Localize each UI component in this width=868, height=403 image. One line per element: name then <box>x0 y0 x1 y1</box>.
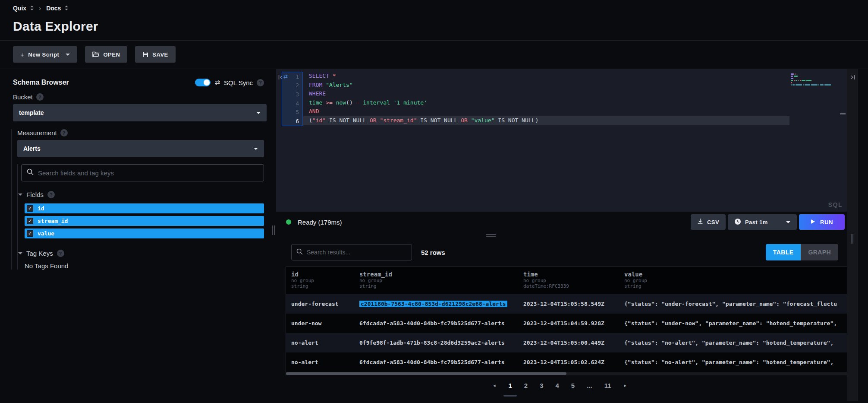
stream-id-value[interactable]: 6fdcadaf-a583-40d0-84bb-fc79b525d677-ale… <box>359 359 505 365</box>
open-button[interactable]: OPEN <box>85 46 127 63</box>
help-icon[interactable]: ? <box>36 93 44 101</box>
editor-gutter: ⇄123456 <box>282 72 302 126</box>
pagination-next-button[interactable]: ▸ <box>617 379 634 392</box>
stream-id-value[interactable]: 0f9fe98f-1adb-471b-83c8-28d6d3259ac2-ale… <box>359 340 505 346</box>
cell-stream-id[interactable]: 6fdcadaf-a583-40d0-84bb-fc79b525d677-ale… <box>359 320 523 327</box>
help-icon[interactable]: ? <box>60 129 68 136</box>
field-row-stream_id[interactable]: ✓stream_id <box>25 216 264 226</box>
code-line-6[interactable]: ("id" IS NOT NULL OR "stream_id" IS NOT … <box>303 116 789 125</box>
results-resize-handle[interactable] <box>276 232 847 238</box>
column-header-value[interactable]: valueno groupstring <box>624 271 847 289</box>
view-mode-tabs: TABLE GRAPH <box>766 244 838 260</box>
stream-id-value[interactable]: 6fdcadaf-a583-40d0-84bb-fc79b525d677-ale… <box>359 320 505 327</box>
chevron-right-icon: › <box>39 4 41 12</box>
workspace: Schema Browser ⇄ SQL Sync ? Bucket ? tem… <box>0 69 868 401</box>
cell-time[interactable]: 2023-12-04T15:05:00.449Z <box>523 340 624 346</box>
chevron-down-icon <box>256 112 261 114</box>
pagination-page-11[interactable]: 11 <box>598 378 617 393</box>
table-row[interactable]: no-alert6fdcadaf-a583-40d0-84bb-fc79b525… <box>286 352 847 372</box>
pagination-prev-button[interactable]: ◂ <box>486 379 503 392</box>
help-icon[interactable]: ? <box>57 250 64 257</box>
cell-id[interactable]: no-alert <box>291 340 359 346</box>
column-header-stream_id[interactable]: stream_idno groupstring <box>359 271 523 289</box>
breadcrumb: Quix › Docs <box>0 4 868 12</box>
sql-sync-toggle[interactable] <box>195 79 211 86</box>
sync-arrows-icon: ⇄ <box>282 73 290 79</box>
sql-editor[interactable]: ⇄123456 SELECT *FROM "Alerts"WHEREtime >… <box>276 69 847 212</box>
breadcrumb-label: Quix <box>13 5 26 12</box>
field-checkbox[interactable]: ✓ <box>27 218 33 224</box>
selected-cell-value[interactable]: c201180b-7563-4c80-853d-d621298c2e68-ale… <box>359 301 507 307</box>
cell-value[interactable]: {"status": "under-forecast", "parameter_… <box>624 301 847 307</box>
table-row[interactable]: no-alert0f9fe98f-1adb-471b-83c8-28d6d325… <box>286 333 847 352</box>
chevron-down-icon <box>254 148 258 150</box>
cell-stream-id[interactable]: 0f9fe98f-1adb-471b-83c8-28d6d3259ac2-ale… <box>359 340 523 346</box>
cell-value[interactable]: {"status": "no-alert", "parameter_name":… <box>624 359 847 365</box>
help-icon[interactable]: ? <box>257 79 264 86</box>
column-header-time[interactable]: timeno groupdateTime:RFC3339 <box>523 271 624 289</box>
cell-id[interactable]: no-alert <box>291 359 359 365</box>
tab-graph[interactable]: GRAPH <box>801 244 838 260</box>
pagination-page-3[interactable]: 3 <box>534 378 549 393</box>
cell-time[interactable]: 2023-12-04T15:05:02.624Z <box>523 359 624 365</box>
field-checkbox[interactable]: ✓ <box>27 205 33 212</box>
code-line-1[interactable]: SELECT * <box>303 72 789 81</box>
cell-value[interactable]: {"status": "no-alert", "parameter_name":… <box>624 340 847 346</box>
pagination-page-2[interactable]: 2 <box>518 378 534 393</box>
status-ready-dot <box>286 219 291 225</box>
save-button[interactable]: SAVE <box>135 46 175 63</box>
csv-download-button[interactable]: CSV <box>691 214 726 230</box>
gutter-line-4: 4 <box>282 99 302 108</box>
field-name: id <box>38 205 44 212</box>
code-line-2[interactable]: FROM "Alerts" <box>303 81 789 90</box>
cell-stream-id[interactable]: 6fdcadaf-a583-40d0-84bb-fc79b525d677-ale… <box>359 359 523 365</box>
field-row-id[interactable]: ✓id <box>25 203 264 213</box>
field-name: stream_id <box>38 218 68 224</box>
editor-code[interactable]: SELECT *FROM "Alerts"WHEREtime >= now() … <box>303 72 789 125</box>
save-icon <box>142 51 148 57</box>
editor-minimap[interactable] <box>791 73 842 86</box>
horizontal-scrollbar[interactable] <box>286 372 847 375</box>
column-header-id[interactable]: idno groupstring <box>291 271 359 289</box>
time-range-dropdown[interactable]: Past 1m <box>728 214 797 230</box>
run-query-button[interactable]: RUN <box>799 214 845 230</box>
code-line-3[interactable]: WHERE <box>303 89 789 98</box>
collapse-caret-icon[interactable] <box>18 252 22 254</box>
collapse-caret-icon[interactable] <box>18 194 22 196</box>
panel-resize-handle-left[interactable] <box>271 69 276 401</box>
cell-time[interactable]: 2023-12-04T15:04:59.928Z <box>523 320 624 327</box>
bucket-dropdown[interactable]: template <box>13 104 267 121</box>
measurement-dropdown[interactable]: Alerts <box>17 140 264 157</box>
results-search-input[interactable] <box>307 249 407 256</box>
code-line-4[interactable]: time >= now() - interval '1 minute' <box>303 98 789 108</box>
pagination-page-1[interactable]: 1 <box>502 378 518 393</box>
breadcrumb-item-project[interactable]: Docs <box>46 5 68 12</box>
cell-id[interactable]: under-forecast <box>291 301 359 307</box>
tab-table[interactable]: TABLE <box>766 244 801 260</box>
new-script-button[interactable]: + New Script <box>13 46 77 63</box>
table-row[interactable]: under-now6fdcadaf-a583-40d0-84bb-fc79b52… <box>286 314 847 333</box>
pagination-page-5[interactable]: 5 <box>565 378 581 393</box>
page-header: Quix › Docs Data Explorer + New Script O… <box>0 0 868 69</box>
field-row-value[interactable]: ✓value <box>25 228 264 238</box>
cell-time[interactable]: 2023-12-04T15:05:58.549Z <box>523 301 624 307</box>
no-tags-text: No Tags Found <box>25 262 264 270</box>
schema-search-input[interactable] <box>38 169 258 177</box>
cell-stream-id[interactable]: c201180b-7563-4c80-853d-d621298c2e68-ale… <box>359 301 523 307</box>
breadcrumb-item-workspace[interactable]: Quix <box>13 5 34 12</box>
breadcrumb-label: Docs <box>46 5 61 12</box>
scrollbar-thumb[interactable] <box>286 372 566 375</box>
pagination-page-4[interactable]: 4 <box>549 378 565 393</box>
table-row[interactable]: under-forecastc201180b-7563-4c80-853d-d6… <box>286 294 847 314</box>
cell-id[interactable]: under-now <box>291 320 359 327</box>
code-line-5[interactable]: AND <box>303 107 789 116</box>
pagination: ◂12345...11▸ <box>286 378 847 393</box>
panel-resize-handle-right[interactable] <box>847 69 858 401</box>
cell-value[interactable]: {"status": "under-now", "parameter_name"… <box>624 320 847 327</box>
expand-right-panel-icon[interactable] <box>850 74 856 82</box>
fields-section: Fields ? ✓id✓stream_id✓value Tag Keys ? … <box>17 164 264 270</box>
chevron-down-icon <box>786 221 790 223</box>
help-icon[interactable]: ? <box>47 191 55 198</box>
field-checkbox[interactable]: ✓ <box>27 230 33 237</box>
search-icon <box>296 248 303 257</box>
